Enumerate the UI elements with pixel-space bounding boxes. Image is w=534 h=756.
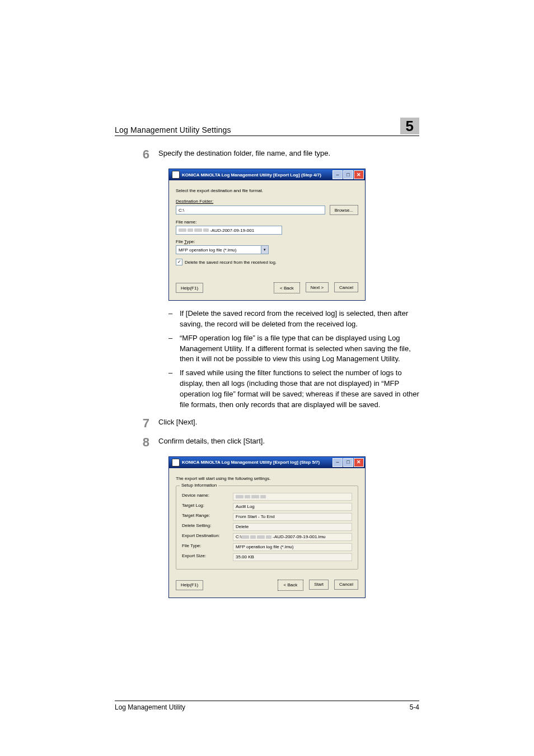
table-row: Target Range:From Start - To End [182,513,352,521]
dest-folder-input[interactable]: C:\ [176,206,325,214]
close-button[interactable]: ✕ [354,458,364,467]
table-row: Export Destination:C:\-AUD-2007-09-19-00… [182,533,352,541]
list-item: –If saved while using the filter functio… [168,368,419,410]
list-item: –If [Delete the saved record from the re… [168,309,419,330]
table-row: Target Log:Audit Log [182,503,352,511]
start-button[interactable]: Start [309,580,329,590]
table-row: File Type:MFP operation log file (*.lmu) [182,543,352,551]
file-type-label: File Type: [176,239,195,244]
device-name-value [233,493,352,501]
minimize-button[interactable]: – [332,170,343,179]
file-name-label: File name: [176,220,358,225]
back-button[interactable]: < Back [278,580,304,591]
file-name-input[interactable]: -AUD-2007-09-19-001 [176,226,282,235]
file-type-value: MFP operation log file (*.lmu) [233,543,352,551]
header-title: Log Management Utility Settings [115,125,231,134]
table-row: Export Size:35.00 KB [182,553,352,561]
setup-info-group: Setup Information Device name: Target Lo… [176,486,358,570]
app-icon [172,459,180,466]
export-destination-value: C:\-AUD-2007-09-19-001.lmu [233,533,352,541]
target-log-value: Audit Log [233,503,352,511]
step-8: 8 Confirm details, then click [Start]. [115,436,419,449]
list-item: –“MFP operation log file” is a file type… [168,333,419,365]
step-number-8: 8 [115,436,149,449]
page-header: Log Management Utility Settings 5 [115,118,419,136]
chevron-down-icon: ▾ [261,246,268,254]
dialog1-title: KONICA MINOLTA Log Management Utility [E… [182,172,321,178]
close-button[interactable]: ✕ [354,170,364,179]
cancel-button[interactable]: Cancel [334,580,358,590]
dialog2-titlebar: KONICA MINOLTA Log Management Utility [E… [169,457,365,468]
step-7: 7 Click [Next]. [115,417,419,430]
dialog-export-step4: KONICA MINOLTA Log Management Utility [E… [168,169,366,301]
checkbox-icon: ✓ [176,259,182,265]
maximize-button[interactable]: □ [343,458,353,467]
help-button[interactable]: Help(F1) [176,283,203,293]
table-row: Device name: [182,493,352,501]
table-row: Delete Setting:Delete [182,523,352,531]
delete-setting-value: Delete [233,523,352,531]
dialog1-intro: Select the export destination and file f… [176,188,358,193]
step-number-6: 6 [115,148,149,161]
help-button[interactable]: Help(F1) [176,580,203,590]
step-text-8: Confirm details, then click [Start]. [158,436,419,446]
group-legend: Setup Information [180,483,218,488]
step-number-7: 7 [115,417,149,430]
maximize-button[interactable]: □ [343,170,353,179]
notes-list: –If [Delete the saved record from the re… [168,309,419,410]
minimize-button[interactable]: – [332,458,343,467]
chapter-number: 5 [400,118,419,134]
cancel-button[interactable]: Cancel [334,282,358,292]
next-button[interactable]: Next > [306,282,329,292]
target-range-value: From Start - To End [233,513,352,521]
dialog1-titlebar: KONICA MINOLTA Log Management Utility [E… [169,169,365,180]
file-type-combo[interactable]: MFP operation log file (*.lmu) ▾ [176,245,269,254]
footer-right: 5-4 [410,703,419,711]
dialog-export-step5: KONICA MINOLTA Log Management Utility [E… [168,456,366,598]
page-footer: Log Management Utility 5-4 [115,701,419,711]
export-size-value: 35.00 KB [233,553,352,561]
browse-button[interactable]: Browse... [330,205,358,215]
dest-folder-label: Destination Folder: [176,199,213,204]
step-text-6: Specify the destination folder, file nam… [158,148,419,158]
dialog2-title: KONICA MINOLTA Log Management Utility [E… [182,460,320,465]
footer-left: Log Management Utility [115,703,185,711]
delete-saved-record-checkbox[interactable]: ✓ Delete the saved record from the recei… [176,259,358,265]
dialog2-intro: The export will start using the followin… [176,476,358,481]
app-icon [172,171,180,179]
back-button[interactable]: < Back [274,282,300,293]
step-text-7: Click [Next]. [158,417,419,427]
step-6: 6 Specify the destination folder, file n… [115,148,419,161]
